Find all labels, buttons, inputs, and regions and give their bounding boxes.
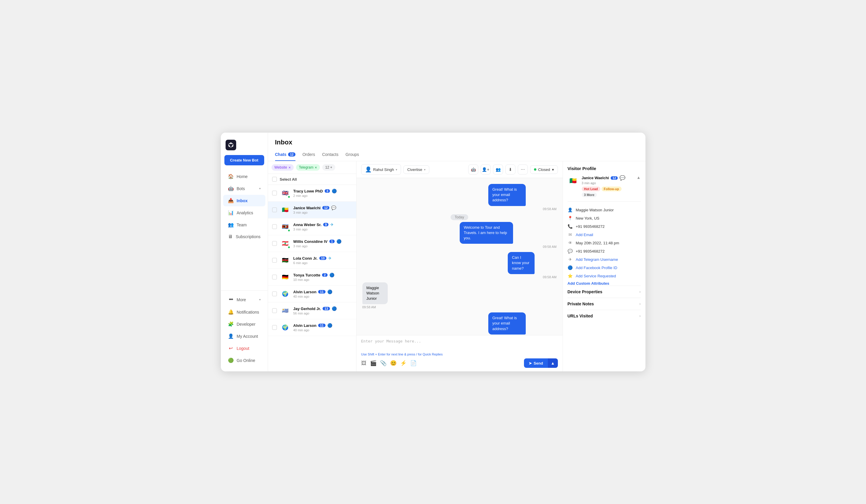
contact-item[interactable]: 🇩🇪 Tonya Turcotte 2 🔵 10 min ago <box>268 269 356 285</box>
contact-info: Tracy Lowe PhD 3 🔵 2 min ago <box>293 189 352 198</box>
emoji-icon[interactable]: 😊 <box>390 360 397 366</box>
contact-item[interactable]: 🇸🇿 Anna Weber Sr. 9 ✈ 3 min ago <box>268 219 356 235</box>
contact-name-row: Tracy Lowe PhD 3 🔵 <box>293 189 352 193</box>
private-notes-accordion[interactable]: Private Notes › <box>568 298 641 310</box>
toolbar-add-user-button[interactable]: 👤+ <box>481 165 491 175</box>
contact-count: 13 <box>323 307 330 310</box>
tab-chats[interactable]: Chats 12 <box>275 150 296 161</box>
contact-checkbox[interactable] <box>272 241 277 246</box>
tab-contacts[interactable]: Contacts <box>322 150 338 161</box>
filter-telegram-close-icon[interactable]: ✕ <box>315 166 317 169</box>
sidebar-item-logout[interactable]: ↩ Logout <box>223 343 265 354</box>
image-upload-icon[interactable]: 🖼 <box>361 360 367 366</box>
profile-row-location: 📍 New York, US <box>568 214 641 222</box>
visitor-tags: Hot Lead Follow-up 3 More <box>582 187 634 197</box>
contact-count: 1 <box>329 239 335 243</box>
page-title: Inbox <box>275 138 639 146</box>
toolbar-download-button[interactable]: ⬇ <box>506 165 515 175</box>
filter-telegram-label: Telegram <box>299 165 313 169</box>
profile-row-whatsapp: 💬 +91 9935468272 <box>568 247 641 255</box>
toolbar-assign-bot-button[interactable]: 🤖 <box>468 165 478 175</box>
sidebar-item-subscriptions[interactable]: 🖥 Subscriptions <box>223 231 265 242</box>
sidebar-item-more[interactable]: ••• More ▾ <box>223 293 265 306</box>
location-icon: 📍 <box>568 216 573 221</box>
contact-checkbox[interactable] <box>272 275 277 279</box>
date-divider: Today <box>363 214 557 220</box>
contact-checkbox[interactable] <box>272 224 277 229</box>
attachment-icon[interactable]: 📎 <box>380 360 387 366</box>
contact-checkbox[interactable] <box>272 208 277 212</box>
tab-orders[interactable]: Orders <box>302 150 315 161</box>
contact-count: 11 <box>318 324 325 327</box>
filter-website-close-icon[interactable]: ✕ <box>288 166 291 169</box>
sidebar-item-my-account[interactable]: 👤 My Account <box>223 331 265 342</box>
inbox-tabs: Chats 12 Orders Contacts Groups <box>275 150 639 161</box>
contact-name-row: Janice Waelchi 12 💬 <box>293 205 352 210</box>
tab-groups[interactable]: Groups <box>346 150 359 161</box>
assignee-select[interactable]: 👤 Rahul Singh ▾ <box>361 164 401 175</box>
add-custom-attributes-link[interactable]: Add Custom Attributes <box>568 281 641 285</box>
message-bubble: Welcome to Tour and Travels. I am here t… <box>363 222 557 249</box>
contact-item[interactable]: 🇺🇾 Jay Gerhold Jr. 13 🔵 56 min ago <box>268 302 356 319</box>
contact-item[interactable]: 🌍 Alvin Larson 11 🔵 40 min ago <box>268 285 356 302</box>
message-input[interactable] <box>361 339 558 351</box>
collapse-icon[interactable]: ▲ <box>636 175 641 180</box>
contact-name: Tonya Turcotte <box>293 273 321 277</box>
contact-item[interactable]: 🇧🇯 Janice Waelchi 12 💬 3 min ago <box>268 202 356 219</box>
toolbar-more-button[interactable]: ⋯ <box>518 165 528 175</box>
contact-checkbox[interactable] <box>272 308 277 313</box>
contact-checkbox[interactable] <box>272 258 277 262</box>
chevron-right-icon: › <box>640 314 641 318</box>
chevron-down-icon: ▾ <box>259 187 260 190</box>
send-button[interactable]: ➤ Send <box>524 358 548 368</box>
status-label: Closed <box>538 167 550 172</box>
team-select[interactable]: Civertise ▾ <box>403 165 429 174</box>
contact-item[interactable]: 🇰🇪 Lola Conn Jr. 10 ✈ 6 min ago <box>268 252 356 269</box>
contact-item[interactable]: 🇱🇧 Willis Considine IV 1 🔵 3 min ago <box>268 235 356 252</box>
add-telegram-link[interactable]: Add Telegram Username <box>576 257 618 262</box>
sidebar-item-bots[interactable]: 🤖 Bots ▾ <box>223 183 265 194</box>
toolbar-team-button[interactable]: 👥 <box>493 165 503 175</box>
subscriptions-icon: 🖥 <box>228 234 233 239</box>
add-email-link[interactable]: Add Email <box>576 233 593 237</box>
visitor-card-info: Janice Waelchi 12 💬 3 min ago Hot Lead F… <box>582 175 634 197</box>
tag-more: 3 More <box>582 192 597 197</box>
chat-window: 👤 Rahul Singh ▾ Civertise ▾ 🤖 👤+ 👥 ⬇ ⋯ <box>356 161 563 371</box>
sidebar-item-inbox[interactable]: 📥 Inbox <box>223 195 265 206</box>
contact-checkbox[interactable] <box>272 191 277 195</box>
send-expand-button[interactable]: ▲ <box>548 358 558 368</box>
template-icon[interactable]: 📄 <box>410 360 417 366</box>
contact-checkbox[interactable] <box>272 325 277 330</box>
device-properties-accordion[interactable]: Device Properties › <box>568 285 641 298</box>
inbox-icon: 📥 <box>228 198 234 203</box>
sidebar-item-team[interactable]: 👥 Team <box>223 219 265 231</box>
contact-item[interactable]: 🇬🇧 Tracy Lowe PhD 3 🔵 2 min ago <box>268 185 356 202</box>
video-icon[interactable]: 🎬 <box>370 360 377 366</box>
add-service-link[interactable]: Add Service Requested <box>576 274 616 278</box>
filter-telegram[interactable]: Telegram ✕ <box>296 164 320 171</box>
contact-item[interactable]: 🌍 Alvin Larson 11 🔵 40 min ago <box>268 319 356 336</box>
sidebar-item-analytics[interactable]: 📊 Analytics <box>223 207 265 219</box>
filter-website[interactable]: Website ✕ <box>271 164 294 171</box>
quick-replies-link[interactable]: Quick Replies <box>423 352 443 356</box>
quick-reply-icon[interactable]: ⚡ <box>400 360 407 366</box>
sidebar-item-analytics-label: Analytics <box>237 211 253 215</box>
contact-checkbox[interactable] <box>272 291 277 296</box>
contact-time: 2 min ago <box>293 194 352 198</box>
urls-visited-accordion[interactable]: URLs Visited › <box>568 310 641 322</box>
message-time: 09:58 AM <box>508 275 556 279</box>
sidebar-item-notifications[interactable]: 🔔 Notifications <box>223 306 265 318</box>
sidebar-item-team-label: Team <box>237 223 247 227</box>
sidebar-item-home[interactable]: 🏠 Home <box>223 171 265 182</box>
sidebar-item-developer[interactable]: 🧩 Developer <box>223 318 265 330</box>
sidebar-item-go-online[interactable]: 🟢 Go Online <box>223 355 265 366</box>
select-all-checkbox[interactable] <box>272 177 277 181</box>
add-facebook-link[interactable]: Add Facebook Profile ID <box>576 266 618 270</box>
filter-more[interactable]: 12 + <box>322 164 335 171</box>
status-select[interactable]: Closed ▾ <box>530 165 558 174</box>
visitor-meta: 3 min ago <box>582 181 634 185</box>
sidebar-item-subscriptions-label: Subscriptions <box>236 234 260 239</box>
sidebar-item-developer-label: Developer <box>237 322 256 327</box>
create-new-bot-button[interactable]: Create New Bot <box>224 155 264 165</box>
tab-contacts-label: Contacts <box>322 152 338 157</box>
